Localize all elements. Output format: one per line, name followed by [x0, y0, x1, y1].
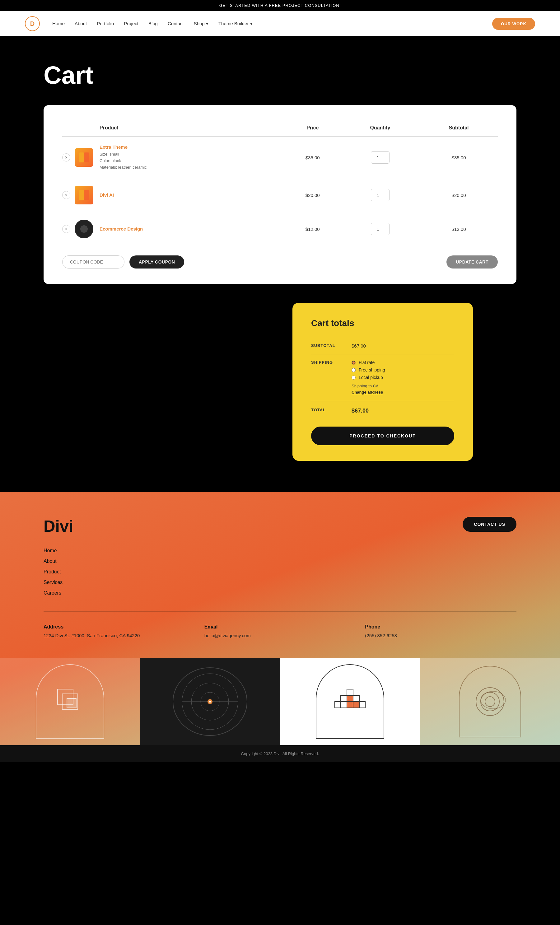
product-thumb-2 [75, 186, 93, 205]
main-content: Cart Product Price Quantity Subtotal × [0, 36, 560, 492]
col-subtotal-header: Subtotal [420, 121, 498, 137]
svg-rect-17 [359, 702, 366, 708]
shipping-option-free[interactable]: Free shipping [352, 368, 385, 372]
art-white-arch [316, 664, 384, 739]
product-name-2[interactable]: Divi AI [99, 192, 114, 197]
svg-rect-13 [334, 702, 341, 708]
nav-item-contact[interactable]: Contact [168, 21, 184, 26]
phone-value: (255) 352-6258 [365, 632, 516, 639]
nav-item-blog[interactable]: Blog [148, 21, 158, 26]
product-info-cell-1: Extra Theme Size: small Color: black Mat… [99, 145, 285, 170]
svg-point-28 [481, 691, 506, 709]
subtotal-3: $12.00 [420, 212, 498, 246]
art-dark-circle [173, 667, 247, 736]
svg-point-26 [481, 692, 499, 711]
svg-rect-3 [84, 190, 89, 200]
shipping-free-radio[interactable] [352, 368, 355, 372]
nav-item-portfolio[interactable]: Portfolio [97, 21, 114, 26]
subtotal-row: SUBTOTAL $67.00 [311, 337, 454, 354]
svg-rect-6 [67, 699, 76, 708]
coupon-input[interactable] [62, 255, 125, 268]
product-icon-1 [78, 151, 90, 164]
cart-row-3: × Ecommerce Design $12.00 [62, 212, 498, 246]
product-icon-2 [78, 189, 90, 201]
art-arch-1 [36, 664, 104, 739]
qty-input-2[interactable] [371, 189, 390, 201]
remove-item-3-button[interactable]: × [62, 225, 70, 233]
shop-dropdown-icon: ▾ [206, 21, 208, 26]
price-1: $35.00 [285, 137, 341, 178]
nav-logo[interactable]: D [25, 16, 40, 31]
footer: Divi CONTACT US Home About Product Servi… [0, 492, 560, 745]
total-label: TOTAL [311, 408, 352, 414]
svg-rect-21 [347, 689, 353, 695]
svg-rect-0 [79, 152, 84, 163]
subtotal-2: $20.00 [420, 178, 498, 212]
footer-nav-home[interactable]: Home [44, 548, 516, 553]
svg-rect-22 [347, 702, 353, 708]
price-3: $12.00 [285, 212, 341, 246]
nav-item-home[interactable]: Home [52, 21, 65, 26]
email-label: Email [205, 624, 356, 630]
product-info-1: Extra Theme Size: small Color: black Mat… [99, 145, 147, 170]
svg-rect-14 [341, 702, 347, 708]
product-thumb-1 [75, 148, 93, 167]
nav-item-about[interactable]: About [75, 21, 87, 26]
contact-us-button[interactable]: CONTACT US [463, 517, 516, 532]
shipping-option-flat[interactable]: Flat rate [352, 360, 385, 365]
shipping-flat-radio[interactable] [352, 361, 355, 365]
nav-item-theme-builder[interactable]: Theme Builder ▾ [218, 21, 253, 26]
art-tan-arch [459, 666, 521, 737]
svg-rect-18 [341, 695, 347, 702]
svg-point-27 [485, 697, 495, 707]
product-name-1[interactable]: Extra Theme [99, 145, 128, 150]
footer-nav-product[interactable]: Product [44, 569, 516, 575]
top-banner: GET STARTED WITH A FREE PROJECT CONSULTA… [0, 0, 560, 11]
product-name-3[interactable]: Ecommerce Design [99, 226, 143, 232]
svg-rect-2 [79, 190, 84, 200]
footer-nav-about[interactable]: About [44, 559, 516, 564]
svg-rect-1 [84, 152, 89, 163]
cart-totals-section: Cart totals SUBTOTAL $67.00 SHIPPING Fla… [44, 303, 516, 461]
cart-totals-title: Cart totals [311, 318, 454, 328]
remove-item-1-button[interactable]: × [62, 154, 70, 161]
remove-item-2-button[interactable]: × [62, 191, 70, 199]
price-2: $20.00 [285, 178, 341, 212]
footer-nav-careers[interactable]: Careers [44, 590, 516, 596]
top-banner-text: GET STARTED WITH A FREE PROJECT CONSULTA… [219, 3, 341, 8]
qty-input-3[interactable] [371, 223, 390, 235]
col-product-header: Product [99, 121, 285, 137]
product-meta-1: Size: small Color: black Materials: leat… [99, 151, 147, 170]
footer-art [0, 658, 560, 745]
shipping-label: SHIPPING [311, 360, 352, 365]
product-info-2: Divi AI [99, 192, 285, 198]
shipping-option-local[interactable]: Local pickup [352, 375, 385, 380]
cart-row-2: × Divi AI [62, 178, 498, 212]
product-info-3: Ecommerce Design [99, 226, 285, 232]
shipping-local-radio[interactable] [352, 375, 355, 380]
footer-phone: Phone (255) 352-6258 [365, 624, 516, 639]
our-work-button[interactable]: OUR WORK [492, 18, 535, 30]
footer-nav: Home About Product Services Careers [44, 548, 516, 596]
art-circles-icon [474, 686, 506, 717]
col-quantity-header: Quantity [341, 121, 420, 137]
address-value: 1234 Divi St. #1000, San Francisco, CA 9… [44, 632, 195, 639]
shipping-options: Flat rate Free shipping Local pickup Shi… [352, 360, 385, 395]
nav-item-shop[interactable]: Shop ▾ [194, 21, 208, 26]
apply-coupon-button[interactable]: APPLY COUPON [129, 255, 184, 268]
checkout-button[interactable]: PROCEED TO CHECKOUT [311, 426, 454, 445]
change-address-link[interactable]: Change address [352, 390, 383, 395]
footer-contact-grid: Address 1234 Divi St. #1000, San Francis… [44, 624, 516, 639]
svg-point-12 [209, 701, 211, 702]
cart-table: Product Price Quantity Subtotal × [62, 121, 498, 246]
cart-totals-box: Cart totals SUBTOTAL $67.00 SHIPPING Fla… [292, 303, 473, 461]
col-thumb [75, 121, 99, 137]
copyright: Copyright © 2023 Divi. All Rights Reserv… [0, 745, 560, 762]
footer-nav-services[interactable]: Services [44, 580, 516, 585]
qty-input-1[interactable] [371, 151, 390, 164]
nav-item-project[interactable]: Project [124, 21, 138, 26]
svg-rect-20 [353, 695, 359, 702]
col-price-header: Price [285, 121, 341, 137]
copyright-text: Copyright © 2023 Divi. All Rights Reserv… [241, 752, 319, 756]
update-cart-button[interactable]: UPDATE CART [446, 255, 498, 268]
